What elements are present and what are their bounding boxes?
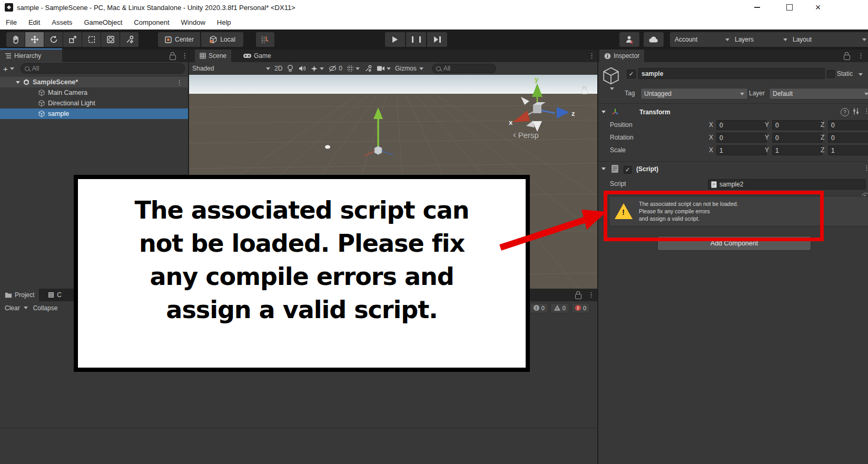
pause-button[interactable] bbox=[406, 32, 426, 47]
toggle-2d-button[interactable]: 2D bbox=[274, 65, 282, 72]
scale-y-field[interactable]: 1 bbox=[772, 145, 823, 155]
scale-tool-button[interactable] bbox=[63, 32, 82, 47]
foldout-icon[interactable] bbox=[16, 81, 20, 84]
menu-component[interactable]: Component bbox=[128, 15, 175, 29]
layout-dropdown[interactable]: Layout bbox=[788, 32, 868, 47]
hierarchy-row-main-camera[interactable]: Main Camera bbox=[0, 87, 188, 98]
scale-icon bbox=[68, 35, 77, 44]
hierarchy-row-sample[interactable]: sample bbox=[0, 108, 188, 119]
close-button[interactable]: × bbox=[809, 1, 827, 14]
scale-x-field[interactable]: 1 bbox=[716, 145, 767, 155]
menu-gameobject[interactable]: GameObject bbox=[78, 15, 128, 29]
scene-object-small[interactable] bbox=[325, 145, 330, 149]
console-menu-button[interactable]: ⋮ bbox=[588, 291, 595, 298]
project-tab-label: Project bbox=[15, 291, 34, 299]
layout-label: Layout bbox=[793, 36, 812, 43]
layer-dropdown[interactable]: Default bbox=[769, 88, 868, 100]
custom-tools-button[interactable] bbox=[120, 32, 139, 47]
console-warnings-badge[interactable]: ! 0 bbox=[550, 303, 569, 313]
tag-dropdown[interactable]: Untagged bbox=[640, 88, 748, 100]
rotate-tool-button[interactable] bbox=[44, 32, 63, 47]
tab-hierarchy[interactable]: Hierarchy bbox=[0, 48, 62, 62]
gizmos-dropdown[interactable]: Gizmos bbox=[395, 65, 423, 72]
grid-visibility-dropdown[interactable] bbox=[347, 65, 360, 72]
console-errors-badge[interactable]: ! 0 bbox=[571, 303, 590, 313]
cloud-button[interactable] bbox=[644, 32, 664, 47]
create-object-button[interactable]: + bbox=[3, 64, 8, 73]
script-enabled-checkbox[interactable]: ✓ bbox=[624, 166, 632, 174]
position-z-field[interactable]: 0 bbox=[828, 120, 868, 130]
tab-project[interactable]: Project bbox=[0, 289, 39, 301]
layers-dropdown[interactable]: Layers bbox=[730, 32, 792, 47]
hierarchy-row-directional-light[interactable]: Directional Light bbox=[0, 98, 188, 108]
hierarchy-lock-button[interactable] bbox=[170, 52, 176, 60]
shading-mode-dropdown[interactable]: Shaded bbox=[192, 65, 270, 72]
tab-console[interactable]: C bbox=[43, 289, 66, 301]
menu-help[interactable]: Help bbox=[211, 15, 237, 29]
menu-window[interactable]: Window bbox=[175, 15, 211, 29]
audio-toggle-icon[interactable] bbox=[298, 65, 306, 72]
script-foldout[interactable] bbox=[601, 167, 606, 170]
tab-scene[interactable]: Scene bbox=[195, 50, 231, 62]
rotation-z-field[interactable]: 0 bbox=[828, 133, 868, 143]
transform-presets-button[interactable] bbox=[852, 107, 860, 115]
create-dropdown-caret[interactable] bbox=[10, 67, 14, 70]
pivot-center-button[interactable]: Center bbox=[158, 32, 200, 47]
account-dropdown[interactable]: Account bbox=[670, 32, 734, 47]
minimize-button[interactable] bbox=[748, 1, 766, 14]
gizmo-center-cube[interactable] bbox=[533, 105, 541, 113]
scene-tools-icon[interactable] bbox=[364, 64, 372, 73]
scene-menu-button[interactable]: ⋮ bbox=[588, 52, 595, 59]
transform-help-button[interactable]: ? bbox=[841, 108, 849, 116]
hierarchy-menu-button[interactable]: ⋮ bbox=[181, 52, 188, 59]
lighting-toggle-icon[interactable] bbox=[287, 64, 294, 73]
menu-edit[interactable]: Edit bbox=[23, 15, 46, 29]
rotation-y-field[interactable]: 0 bbox=[772, 133, 823, 143]
inspector-lock-button[interactable] bbox=[844, 52, 850, 60]
transform-foldout[interactable] bbox=[601, 111, 606, 113]
menu-file[interactable]: File bbox=[0, 15, 23, 29]
script-object-field[interactable]: sample2 bbox=[708, 179, 866, 190]
object-name-field[interactable]: sample bbox=[638, 68, 825, 79]
console-messages-badge[interactable]: ! 0 bbox=[530, 303, 548, 313]
gameobject-cube-icon bbox=[38, 89, 45, 96]
camera-settings-dropdown[interactable] bbox=[377, 65, 391, 72]
tab-game[interactable]: Game bbox=[239, 50, 276, 62]
inspector-menu-button[interactable]: ⋮ bbox=[857, 52, 864, 59]
tab-inspector[interactable]: Inspector bbox=[599, 50, 644, 62]
scene-search-input[interactable]: All bbox=[432, 64, 496, 73]
collab-button[interactable]: x bbox=[619, 32, 639, 47]
position-y-field[interactable]: 0 bbox=[772, 120, 823, 130]
static-caret[interactable] bbox=[859, 73, 863, 76]
menu-assets[interactable]: Assets bbox=[46, 15, 78, 29]
rect-tool-button[interactable] bbox=[82, 32, 101, 47]
transform-tool-button[interactable] bbox=[101, 32, 120, 47]
script-menu-button[interactable]: ⋮ bbox=[863, 164, 868, 171]
step-button[interactable] bbox=[427, 32, 447, 47]
hierarchy-row-scene[interactable]: SampleScene* ⋮ bbox=[0, 77, 188, 87]
hidden-objects-toggle[interactable]: 0 bbox=[328, 65, 342, 72]
static-checkbox[interactable] bbox=[827, 70, 835, 78]
play-button[interactable] bbox=[385, 32, 405, 47]
scene-row-menu[interactable]: ⋮ bbox=[176, 79, 183, 86]
position-x-field[interactable]: 0 bbox=[716, 120, 767, 130]
grid-snapping-button[interactable] bbox=[256, 32, 274, 47]
clear-button[interactable]: Clear bbox=[2, 304, 23, 312]
perspective-toggle[interactable]: ‹ Persp bbox=[513, 130, 539, 140]
effects-dropdown[interactable] bbox=[310, 65, 324, 73]
lock-icon bbox=[170, 55, 176, 60]
collapse-button[interactable]: Collapse bbox=[29, 304, 62, 312]
rotation-local-button[interactable]: Local bbox=[201, 32, 243, 47]
hand-tool-button[interactable] bbox=[6, 32, 25, 47]
scale-z-field[interactable]: 1 bbox=[828, 145, 868, 155]
console-lock-button[interactable] bbox=[575, 291, 581, 299]
move-tool-button[interactable] bbox=[25, 32, 44, 47]
clear-dropdown-caret[interactable] bbox=[24, 307, 28, 309]
transform-menu-button[interactable]: ⋮ bbox=[863, 107, 868, 114]
maximize-button[interactable] bbox=[781, 1, 798, 14]
hierarchy-search-input[interactable]: All bbox=[21, 63, 185, 74]
object-icon-caret[interactable] bbox=[610, 87, 614, 90]
rotation-x-field[interactable]: 0 bbox=[716, 133, 767, 143]
selected-object-cube bbox=[374, 146, 382, 155]
active-checkbox[interactable]: ✓ bbox=[627, 70, 636, 78]
